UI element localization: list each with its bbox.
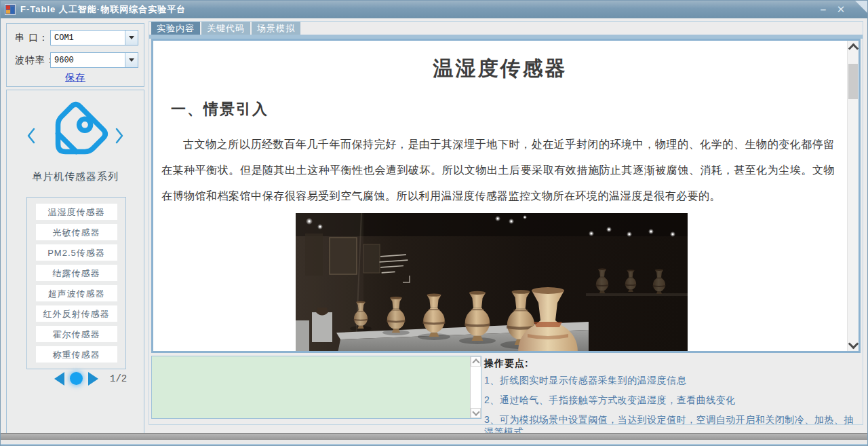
scroll-down-button[interactable]: [848, 339, 859, 351]
doc-paragraph: 古文物之所以历经数百年几千年而保持完好，是由于其深埋于地下时，处在近乎封闭的环境…: [161, 132, 835, 209]
museum-photo: [296, 213, 688, 351]
corner-fold-decoration: [855, 1, 867, 13]
log-scrollbar[interactable]: [470, 356, 481, 418]
document: 温湿度传感器 一、情景引入 古文物之所以历经数百年几千年而保持完好，是由于其深埋…: [153, 41, 847, 351]
carousel-next-icon[interactable]: [114, 127, 125, 147]
tab-experiment-content[interactable]: 实验内容: [151, 22, 200, 35]
dropdown-arrow-icon[interactable]: [125, 31, 138, 45]
serial-port-select[interactable]: COM1: [50, 30, 138, 45]
page-dot-icon: [70, 372, 83, 385]
serial-settings-panel: 串 口： COM1 波特率： 9600 保存: [6, 23, 144, 87]
serial-port-value: COM1: [51, 31, 125, 45]
sensor-button-hall[interactable]: 霍尔传感器: [36, 326, 117, 342]
dropdown-arrow-icon[interactable]: [125, 53, 138, 67]
baud-rate-select[interactable]: 9600: [50, 52, 138, 68]
tab-scene-simulation[interactable]: 场景模拟: [252, 22, 300, 35]
page-indicator: 1/2: [110, 373, 127, 384]
note-item: 2、通过哈气、手指接触等方式改变温湿度，查看曲线变化: [484, 394, 857, 407]
document-panel: 温湿度传感器 一、情景引入 古文物之所以历经数百年几千年而保持完好，是由于其深埋…: [151, 39, 861, 353]
window-bottom-frame: [1, 440, 867, 445]
series-label: 单片机传感器系列: [7, 170, 144, 183]
app-window: F-Table 人工智能·物联网综合实验平台 – ✕ 串 口： COM1 波特率…: [0, 0, 868, 446]
page-prev-icon[interactable]: [54, 372, 64, 386]
sensor-button-ultrasonic[interactable]: 超声波传感器: [36, 285, 117, 301]
close-button[interactable]: ✕: [833, 3, 848, 16]
sensor-button-dew[interactable]: 结露传感器: [36, 265, 117, 281]
app-logo-icon: [5, 4, 16, 15]
sensor-series-panel: 单片机传感器系列 温湿度传感器 光敏传感器 PM2.5传感器 结露传感器 超声波…: [6, 90, 144, 435]
page-next-icon[interactable]: [88, 372, 98, 386]
window-resize-bar[interactable]: [1, 433, 867, 440]
doc-title: 温湿度传感器: [153, 57, 847, 80]
log-scroll-up-button[interactable]: [471, 356, 481, 367]
tab-key-code[interactable]: 关键代码: [201, 22, 250, 35]
note-item: 1、折线图实时显示传感器采集到的温湿度信息: [484, 375, 857, 387]
window-title: F-Table 人工智能·物联网综合实验平台: [20, 3, 186, 16]
sensor-button-light[interactable]: 光敏传感器: [36, 224, 117, 240]
titlebar[interactable]: F-Table 人工智能·物联网综合实验平台 – ✕: [1, 1, 867, 18]
sensor-button-ir-reflect[interactable]: 红外反射传感器: [36, 305, 117, 322]
log-scroll-down-button[interactable]: [471, 408, 481, 418]
log-textarea[interactable]: [151, 356, 481, 419]
sensor-list: 温湿度传感器 光敏传感器 PM2.5传感器 结露传感器 超声波传感器 红外反射传…: [26, 197, 126, 369]
tag-icon: [39, 98, 111, 173]
sensor-button-pm25[interactable]: PM2.5传感器: [36, 244, 117, 261]
baud-rate-value: 9600: [51, 53, 125, 67]
tab-bar: 实验内容 关键代码 场景模拟: [151, 22, 300, 35]
carousel-prev-icon[interactable]: [26, 127, 37, 147]
sensor-series-carousel: [7, 96, 144, 174]
main-area: 实验内容 关键代码 场景模拟 温湿度传感器 一、情景引入 古文物之所以历经数百年…: [149, 21, 863, 425]
sensor-button-weight[interactable]: 称重传感器: [36, 346, 117, 363]
scrollbar-thumb[interactable]: [848, 64, 858, 99]
notes-title: 操作要点:: [484, 358, 857, 370]
baud-rate-label: 波特率：: [15, 54, 56, 67]
pager: 1/2: [7, 371, 144, 386]
serial-port-label: 串 口：: [15, 32, 49, 44]
document-scrollbar[interactable]: [847, 41, 859, 351]
minimize-button[interactable]: –: [816, 3, 831, 16]
scroll-up-button[interactable]: [848, 41, 859, 52]
sensor-button-temp-humidity[interactable]: 温湿度传感器: [36, 204, 117, 220]
save-link[interactable]: 保存: [7, 72, 144, 84]
doc-section-heading: 一、情景引入: [171, 100, 847, 118]
